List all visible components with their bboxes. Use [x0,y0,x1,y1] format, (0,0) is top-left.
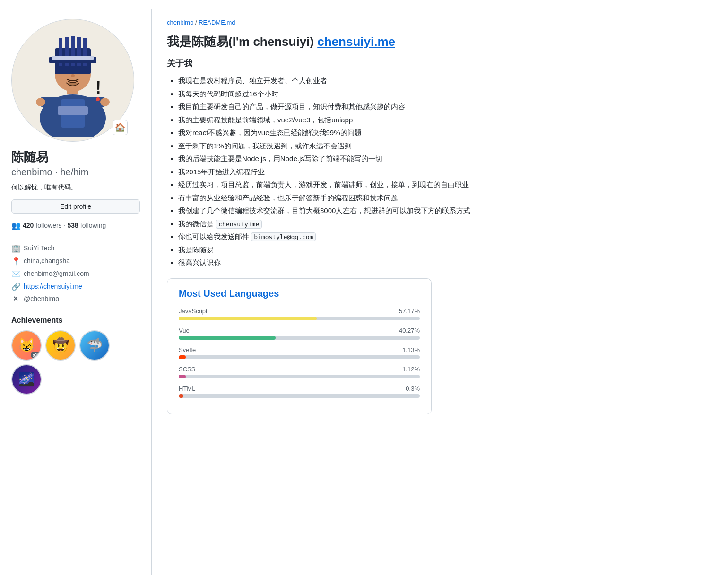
about-list: 我现在是农村程序员、独立开发者、个人创业者 我每天的代码时间超过16个小时 我目… [167,75,713,269]
followers-row: 👥 420 followers · 538 following [11,221,140,230]
lang-pct-scss: 1.12% [402,366,420,373]
list-item: 我目前主要研发自己的产品，做开源项目，知识付费和其他感兴趣的内容 [178,101,713,113]
list-item: 我现在是农村程序员、独立开发者、个人创业者 [178,75,713,87]
list-item: 我对react不感兴趣，因为vue生态已经能解决我99%的问题 [178,127,713,139]
svg-point-12 [71,74,75,77]
achievement-badge-3[interactable]: 🦈 [79,330,110,361]
meta-list: 🏢 SuiYi Tech 📍 china,changsha ✉️ chenbim… [11,244,140,302]
svg-rect-3 [58,106,88,115]
divider-1 [11,238,140,238]
lang-card: Most Used Languages JavaScript 57.17% Vu… [167,278,432,414]
achievements-section: Achievements 😸 x2 🤠 🦈 🌌 [11,316,140,395]
lang-bar-fill-vue [179,336,276,340]
twitter-icon: ✕ [11,295,20,302]
breadcrumb-user[interactable]: chenbimo [167,19,193,26]
list-item: 我每天的代码时间超过16个小时 [178,88,713,100]
edit-profile-button[interactable]: Edit profile [11,199,140,214]
sidebar: ! 🏠 陈随易 chenbimo · he/him 何以解忧，唯有代码。 Edi… [0,9,151,575]
lang-bar-fill-html [179,394,183,398]
lang-name-vue: Vue [179,327,190,334]
divider-2 [11,310,140,310]
link-icon: 🔗 [11,282,20,291]
lang-bar-fill-js [179,317,317,320]
email-icon: ✉️ [11,269,20,278]
achievement-badge-1[interactable]: 😸 x2 [11,330,42,361]
profile-name: 陈随易 [11,149,140,165]
company-text: SuiYi Tech [24,244,54,252]
company-icon: 🏢 [11,244,20,253]
lang-bar-bg-vue [179,336,420,340]
following-label: following [80,222,106,229]
achievements-grid: 😸 x2 🤠 🦈 🌌 [11,330,140,395]
svg-point-7 [100,98,110,106]
twitter-handle: @chenbimo [24,295,59,302]
svg-point-6 [36,98,45,106]
lang-item-vue: Vue 40.27% [179,327,420,340]
lang-bar-bg-scss [179,375,420,378]
lang-pct-js: 57.17% [399,308,420,315]
readme-title: 我是陈随易(I'm chensuiyi) chensuiyi.me [167,34,713,50]
list-item: 我的主要编程技能是前端领域，vue2/vue3，包括uniapp [178,114,713,126]
avatar-wrap: ! 🏠 [11,19,134,142]
achievements-title: Achievements [11,316,140,325]
avatar-image: ! [21,24,125,137]
profile-bio: 何以解忧，唯有代码。 [11,183,140,192]
achievement-emoji-1: 😸 [18,337,35,353]
lang-item-javascript: JavaScript 57.17% [179,308,420,320]
list-item: 我的微信是 chensuiyime [178,218,713,230]
list-item: 我的后端技能主要是Node.js，用Node.js写除了前端不能写的一切 [178,153,713,165]
achievement-badge-4[interactable]: 🌌 [11,364,42,395]
lang-bar-bg-js [179,317,420,320]
website-link[interactable]: https://chensuiyi.me [24,283,82,290]
list-item: 你也可以给我发送邮件 bimostyle@qq.com [178,231,713,243]
svg-point-22 [96,97,100,101]
meta-twitter: ✕ @chenbimo [11,295,140,302]
meta-website: 🔗 https://chensuiyi.me [11,282,140,291]
readme-title-cn: 我是陈随易(I'm chensuiyi) [167,34,317,49]
lang-name-html: HTML [179,385,195,392]
lang-pct-html: 0.3% [406,385,420,392]
lang-bar-bg-svelte [179,355,420,359]
achievement-badge-2[interactable]: 🤠 [45,330,76,361]
wechat-label: 我的微信是 [178,220,216,228]
breadcrumb: chenbimo / README.md [167,19,713,26]
meta-location: 📍 china,changsha [11,257,140,266]
readme-title-link[interactable]: chensuiyi.me [317,34,395,49]
wechat-code: chensuiyime [216,220,262,229]
followers-label: followers [35,222,61,229]
meta-company: 🏢 SuiYi Tech [11,244,140,253]
list-item: 我创建了几个微信编程技术交流群，目前大概3000人左右，想进群的可以加我下方的联… [178,205,713,217]
following-count[interactable]: 538 [68,222,78,229]
list-item: 我2015年开始进入编程行业 [178,166,713,178]
email-text: chenbimo@gmail.com [24,270,89,277]
list-item: 至于剩下的1%的问题，我还没遇到，或许永远不会遇到 [178,140,713,152]
svg-rect-20 [52,56,94,60]
lang-bar-fill-svelte [179,355,186,359]
main-content: chenbimo / README.md 我是陈随易(I'm chensuiyi… [151,9,728,575]
avatar-status-badge: 🏠 [113,120,128,135]
list-item: 经历过实习，项目总监，前端负责人，游戏开发，前端讲师，创业，接单，到现在的自由职… [178,179,713,191]
lang-pct-svelte: 1.13% [402,346,420,353]
list-item: 很高兴认识你 [178,257,713,269]
lang-name-scss: SCSS [179,366,195,373]
achievement-emoji-2: 🤠 [52,337,69,353]
list-item: 我是陈随易 [178,244,713,256]
location-icon: 📍 [11,257,20,266]
email-label: 你也可以给我发送邮件 [178,232,251,240]
svg-text:!: ! [95,78,101,97]
followers-icon: 👥 [11,221,21,230]
achievement-emoji-3: 🦈 [87,337,103,353]
lang-name-js: JavaScript [179,308,208,315]
lang-item-svelte: Svelte 1.13% [179,346,420,359]
lang-item-html: HTML 0.3% [179,385,420,398]
lang-item-scss: SCSS 1.12% [179,366,420,378]
lang-bar-bg-html [179,394,420,398]
location-text: china,changsha [24,257,70,265]
profile-username: chenbimo · he/him [11,167,140,178]
list-item: 有丰富的从业经验和产品经验，也乐于解答新手的编程困惑和技术问题 [178,192,713,204]
breadcrumb-file[interactable]: README.md [199,19,235,26]
followers-count[interactable]: 420 [23,222,34,229]
meta-email: ✉️ chenbimo@gmail.com [11,269,140,278]
achievement-emoji-4: 🌌 [18,371,35,387]
email-code: bimostyle@qq.com [251,232,316,241]
